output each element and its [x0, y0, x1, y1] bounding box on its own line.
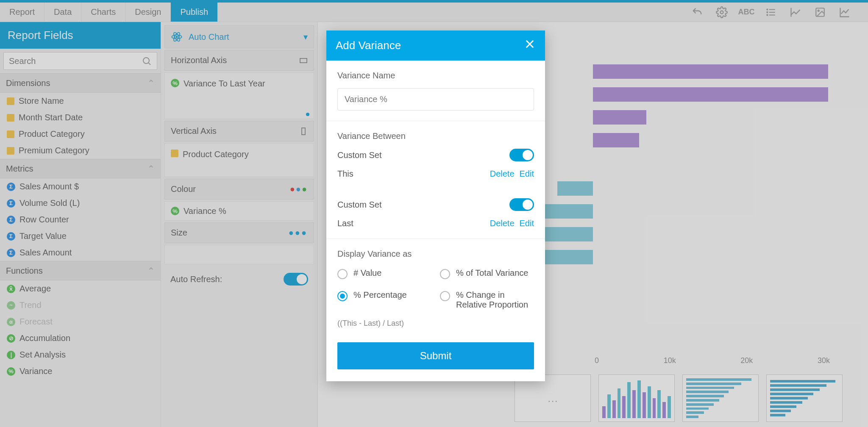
chart-type-label: Auto Chart [189, 32, 229, 42]
chart-bar [593, 110, 646, 125]
dimension-icon [171, 150, 178, 157]
functions-label: Functions [6, 266, 43, 276]
chart-bar [593, 133, 639, 147]
add-variance-modal: Add Variance Variance Name Variance Betw… [326, 30, 545, 381]
submit-button[interactable]: Submit [337, 342, 534, 369]
dimension-item[interactable]: Month Start Date [0, 109, 161, 126]
axis-tick: 30k [818, 356, 830, 365]
search-icon [142, 56, 152, 66]
dimension-item[interactable]: Product Category [0, 126, 161, 142]
radio-percentage[interactable]: % Percentage [337, 290, 431, 310]
variance-name-input[interactable] [337, 88, 534, 111]
sigma-icon: Σ [7, 249, 15, 257]
list-icon[interactable] [765, 6, 777, 19]
atom-icon [171, 31, 183, 43]
set-2-delete-link[interactable]: Delete [490, 219, 515, 228]
function-item[interactable]: ❘Set Analysis [0, 347, 161, 363]
function-icon: x̄ [7, 285, 15, 293]
size-dots-icon: ●●● [289, 228, 308, 238]
thumb-hbars-2[interactable] [766, 374, 843, 422]
dimension-icon [7, 147, 14, 155]
function-item[interactable]: x̄Average [0, 280, 161, 297]
set-1-edit-link[interactable]: Edit [520, 169, 534, 179]
colour-dots-icon: ●●● [290, 184, 308, 194]
sigma-icon: Σ [7, 199, 15, 208]
dimension-icon [7, 114, 14, 122]
tab-report[interactable]: Report [0, 3, 45, 22]
radio-total-variance[interactable]: % of Total Variance [440, 268, 534, 279]
size-dropzone[interactable] [164, 245, 314, 264]
set-2-edit-link[interactable]: Edit [520, 219, 534, 228]
metric-item[interactable]: ΣTarget Value [0, 228, 161, 244]
custom-set-2-label: Custom Set [337, 200, 381, 210]
svg-point-5 [767, 11, 768, 12]
function-item[interactable]: αForecast [0, 313, 161, 330]
metrics-header[interactable]: Metrics ⌃ [0, 159, 161, 178]
vaxis-dropzone[interactable]: Product Category [164, 143, 314, 177]
metric-item[interactable]: ΣRow Counter [0, 211, 161, 228]
dimensions-header[interactable]: Dimensions ⌃ [0, 73, 161, 93]
function-item[interactable]: %Variance [0, 363, 161, 380]
line-chart-icon[interactable] [838, 6, 851, 19]
thumb-bars[interactable] [598, 374, 675, 422]
auto-refresh-toggle[interactable] [284, 273, 308, 286]
functions-header[interactable]: Functions ⌃ [0, 261, 161, 280]
display-variance-label: Display Variance as [337, 249, 534, 259]
thumb-hbars[interactable] [682, 374, 759, 422]
variance-name-label: Variance Name [337, 71, 534, 80]
metric-item[interactable]: ΣSales Amount [0, 244, 161, 261]
custom-set-2-toggle[interactable] [509, 198, 534, 211]
variance-icon: % [171, 207, 179, 215]
chart-bar [593, 87, 828, 102]
dimension-icon [7, 97, 14, 105]
chart-builder-panel: Auto Chart ▾ Horizontal Axis % Variance … [161, 22, 318, 427]
axis-tick: 20k [740, 356, 753, 365]
abc-icon[interactable]: ABC [740, 6, 753, 19]
function-item[interactable]: ⊘Accumulation [0, 330, 161, 347]
trend-up-icon[interactable] [789, 6, 802, 19]
indicator-dot [306, 113, 309, 116]
function-item[interactable]: ~Trend [0, 297, 161, 313]
haxis-dropzone[interactable]: % Variance To Last Year [164, 72, 314, 119]
set-1-delete-link[interactable]: Delete [490, 169, 515, 179]
tab-charts[interactable]: Charts [81, 3, 125, 22]
dimensions-label: Dimensions [6, 78, 50, 88]
tab-design[interactable]: Design [125, 3, 171, 22]
thumb-placeholder[interactable]: … [515, 374, 591, 422]
metric-item[interactable]: ΣVolume Sold (L) [0, 195, 161, 211]
chart-type-selector[interactable]: Auto Chart ▾ [164, 25, 314, 48]
close-icon[interactable] [524, 38, 536, 53]
tab-data[interactable]: Data [45, 3, 81, 22]
chevron-up-icon: ⌃ [147, 266, 155, 276]
svg-point-4 [767, 9, 768, 10]
set-1-name: This [337, 169, 353, 179]
dimension-item[interactable]: Store Name [0, 93, 161, 109]
chart-bar [593, 64, 828, 79]
sigma-icon: Σ [7, 216, 15, 224]
gear-icon[interactable] [715, 6, 728, 19]
search-input[interactable] [3, 52, 157, 70]
radio-value[interactable]: # Value [337, 268, 431, 279]
svg-rect-16 [302, 128, 305, 135]
horizontal-axis-section: Horizontal Axis [164, 50, 314, 71]
function-icon: α [7, 318, 15, 326]
radio-relative-proportion[interactable]: % Change in Relative Proportion [440, 290, 534, 310]
svg-line-10 [149, 63, 150, 65]
chart-bar [557, 181, 593, 196]
search-field[interactable] [9, 56, 142, 66]
variance-icon: % [171, 79, 179, 87]
metric-item[interactable]: ΣSales Amount $ [0, 178, 161, 195]
custom-set-1-toggle[interactable] [509, 149, 534, 161]
custom-set-1-label: Custom Set [337, 150, 381, 160]
tab-publish[interactable]: Publish [171, 3, 217, 22]
size-section: Size ●●● [164, 222, 314, 243]
variance-formula: ((This - Last) / Last) [337, 317, 534, 328]
colour-label: Colour [171, 184, 196, 194]
dimension-item[interactable]: Premium Category [0, 142, 161, 159]
function-icon: ❘ [7, 351, 15, 359]
undo-icon[interactable] [691, 6, 704, 19]
vaxis-field: Product Category [183, 150, 249, 159]
auto-refresh-row: Auto Refresh: [164, 266, 314, 292]
colour-dropzone[interactable]: % Variance % [164, 201, 314, 221]
image-icon[interactable] [814, 6, 826, 19]
